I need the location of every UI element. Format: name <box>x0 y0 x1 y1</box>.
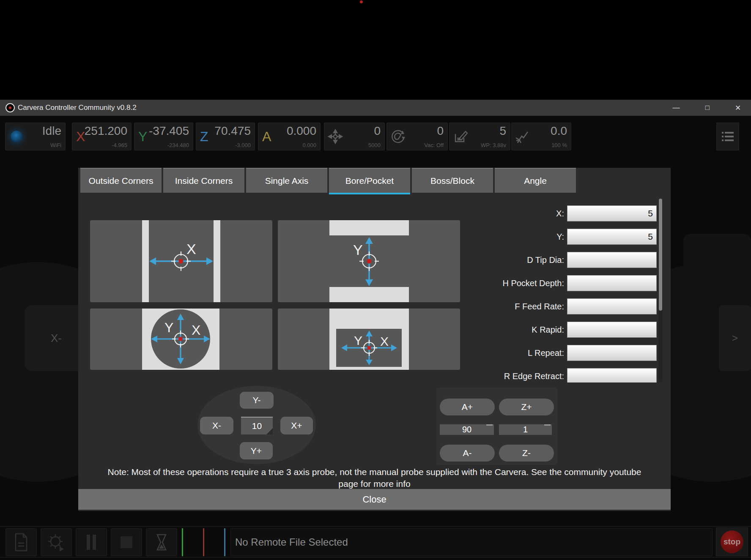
x-field-label: X: <box>484 205 564 221</box>
tool-edit-icon <box>453 129 469 145</box>
move-icon <box>328 129 343 144</box>
y-field-input[interactable]: 5 <box>567 229 657 245</box>
rotate-icon <box>390 129 406 145</box>
jog-z-minus-button[interactable]: Z- <box>499 445 554 462</box>
status-cell-y-axis: Y -37.405 -234.480 <box>134 123 193 150</box>
tab-bore-pocket[interactable]: Bore/Pocket <box>329 168 410 194</box>
main-menu-button[interactable] <box>716 123 739 150</box>
status-cell-spindle: 0 Vac: Off <box>386 123 448 150</box>
rapid-field-input[interactable] <box>567 322 657 338</box>
title-bar: Carvera Controller Community v0.8.2 — □ … <box>0 100 751 116</box>
edge-retract-field-label: R Edge Retract: <box>484 368 564 382</box>
form-scrollbar-thumb[interactable] <box>659 199 662 311</box>
file-open-button[interactable] <box>5 528 37 556</box>
red-indicator-dot <box>360 0 363 3</box>
tab-outside-corners[interactable]: Outside Corners <box>80 168 162 193</box>
feed-rate-field-label: F Feed Rate: <box>484 298 564 314</box>
stop-square-icon <box>118 534 135 551</box>
diagram-x-label: X <box>380 334 389 348</box>
wait-button[interactable] <box>146 528 177 556</box>
probe-note: Note: Most of these operations require a… <box>78 466 671 490</box>
connection-mode: WiFi <box>50 142 61 148</box>
probe-dialog: Outside Corners Inside Corners Single Ax… <box>78 168 671 511</box>
tab-boss-block[interactable]: Boss/Block <box>412 168 493 193</box>
status-cell-a-axis: A 0.000 0.000 <box>258 123 321 150</box>
form-scrollbar[interactable] <box>658 199 663 382</box>
tab-inside-corners[interactable]: Inside Corners <box>163 168 244 193</box>
status-cell-x-axis: X 251.200 -4.965 <box>72 123 132 150</box>
machine-state: Idle <box>42 124 61 138</box>
a-step-value[interactable]: 90 <box>440 424 494 435</box>
tab-single-axis[interactable]: Single Axis <box>246 168 327 193</box>
edge-retract-field-input[interactable] <box>567 368 657 382</box>
diagram-x-label: X <box>192 322 200 338</box>
diagram-y-label: Y <box>353 242 363 258</box>
jog-y-plus-button[interactable]: Y+ <box>240 442 273 459</box>
diagram-bore-x-axis: X <box>90 220 272 302</box>
a-axis-sub-value: 0.000 <box>302 142 316 148</box>
x-axis-sub-value: -4.965 <box>112 142 127 148</box>
tool-sub-value: WP: 3.88v <box>481 142 506 148</box>
emergency-stop-button[interactable]: stop <box>716 527 748 556</box>
laser-value: 0.0 <box>551 124 567 138</box>
x-axis-letter: X <box>76 129 85 145</box>
stop-job-button[interactable] <box>111 528 142 556</box>
close-window-button[interactable]: ✕ <box>728 100 748 116</box>
close-dialog-button[interactable]: Close <box>78 489 671 510</box>
diagram-y-label: Y <box>164 320 173 335</box>
minimize-button[interactable]: — <box>666 100 686 116</box>
y-axis-value: -37.405 <box>149 124 189 138</box>
status-cell-feed: 0 5000 <box>324 123 385 150</box>
jog-x-minus-button[interactable]: X- <box>200 417 233 434</box>
maximize-button[interactable]: □ <box>698 100 717 116</box>
tip-dia-field-input[interactable] <box>567 252 657 268</box>
y-axis-letter: Y <box>138 129 147 145</box>
z-axis-sub-value: -3.000 <box>235 142 251 148</box>
diagram-bore-circle: Y X <box>90 309 272 370</box>
app-logo-icon <box>5 103 15 112</box>
chevron-right-icon: > <box>732 332 738 344</box>
jog-a-plus-button[interactable]: A+ <box>440 399 495 415</box>
status-cell-tool: 5 WP: 3.88v <box>449 123 510 150</box>
feed-sub-value: 5000 <box>368 142 381 148</box>
dimmed-right-panel <box>683 234 751 296</box>
y-axis-sub-value: -234.480 <box>167 142 189 148</box>
pocket-depth-field-input[interactable] <box>567 275 657 291</box>
dimmed-right-panel-chevron: > <box>719 305 751 371</box>
y-field-label: Y: <box>484 229 564 245</box>
jog-step-value[interactable]: 10 <box>241 417 273 434</box>
diagram-x-label: X <box>186 241 196 257</box>
a-axis-letter: A <box>262 129 271 145</box>
a-axis-value: 0.000 <box>287 124 316 138</box>
jog-a-minus-button[interactable]: A- <box>440 445 495 462</box>
tab-angle[interactable]: Angle <box>495 168 576 193</box>
pocket-depth-field-label: H Pocket Depth: <box>484 275 564 291</box>
jog-x-plus-button[interactable]: X+ <box>280 417 313 434</box>
progress-bar-red <box>203 528 204 556</box>
z-axis-value: 70.475 <box>214 124 251 138</box>
status-cell-z-axis: Z 70.475 -3.000 <box>196 123 255 150</box>
probe-parameter-form: X: 5 Y: 5 D Tip Dia: H Pocket Depth: F F… <box>484 199 661 382</box>
emergency-stop-icon: stop <box>721 530 743 553</box>
spindle-value: 0 <box>437 124 444 138</box>
feed-rate-field-input[interactable] <box>567 298 657 314</box>
carvera-app-window: Carvera Controller Community v0.8.2 — □ … <box>0 0 751 560</box>
menu-list-icon <box>721 131 735 142</box>
repeat-field-input[interactable] <box>567 345 657 361</box>
rapid-field-label: K Rapid: <box>484 322 564 338</box>
jog-z-plus-button[interactable]: Z+ <box>499 399 554 415</box>
file-icon <box>12 532 30 552</box>
x-field-input[interactable]: 5 <box>567 205 657 221</box>
gear-run-icon <box>46 532 66 552</box>
status-cell-laser: 0.0 100 % <box>511 123 571 150</box>
feed-value: 0 <box>374 124 381 138</box>
run-job-button[interactable] <box>41 528 72 556</box>
spindle-sub-value: Vac: Off <box>424 142 444 148</box>
z-step-value[interactable]: 1 <box>499 424 552 435</box>
repeat-field-label: L Repeat: <box>484 345 564 361</box>
connection-status-icon <box>11 131 22 142</box>
pause-button[interactable] <box>76 528 107 556</box>
x-axis-value: 251.200 <box>85 124 127 138</box>
pause-icon <box>84 533 99 552</box>
jog-y-minus-button[interactable]: Y- <box>240 392 274 409</box>
